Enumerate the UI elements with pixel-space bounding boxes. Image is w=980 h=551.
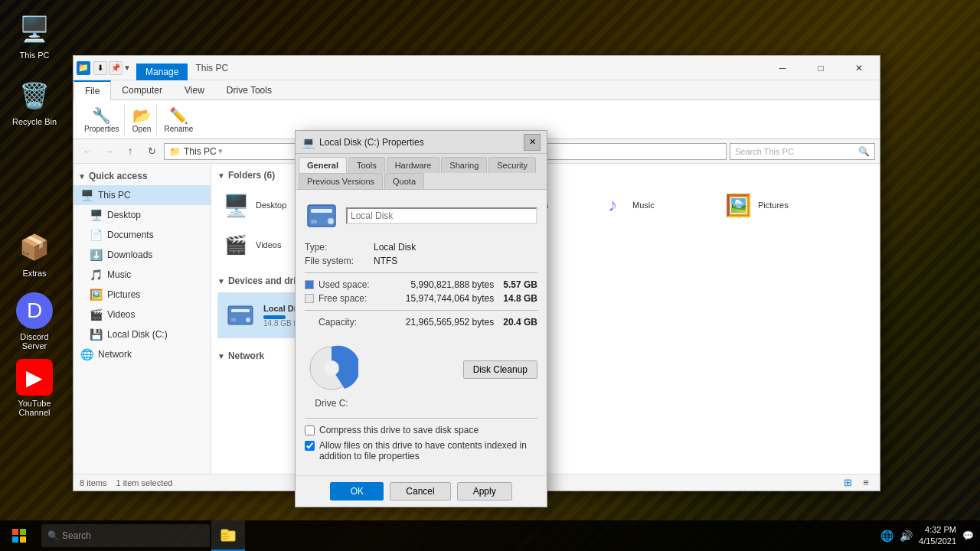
taskbar-clock[interactable]: 4:32 PM 4/15/2021 (919, 524, 956, 548)
ribbon-open-btn[interactable]: 📂 Open (128, 103, 157, 135)
svg-rect-21 (222, 538, 228, 540)
sidebar-item-network[interactable]: 🌐 Network (74, 344, 211, 364)
sidebar: ▼ Quick access 🖥️ This PC 🖥️ Desktop 📄 D… (74, 164, 211, 474)
dialog-drive-header (305, 199, 537, 233)
pictures-folder-icon: 🖼️ (723, 190, 753, 220)
dialog-fs-row: File system: NTFS (305, 256, 537, 266)
dialog-divider-1 (305, 272, 537, 273)
taskbar-file-explorer[interactable] (211, 520, 245, 551)
taskbar-search-box[interactable]: 🔍 Search (41, 524, 210, 547)
ribbon-tab-drive-tools[interactable]: Drive Tools (216, 80, 283, 100)
desktop-icon-youtube[interactable]: ▶ YouTube Channel (4, 356, 65, 420)
index-checkbox[interactable] (305, 441, 315, 451)
dialog-tab-general[interactable]: General (299, 157, 347, 173)
sidebar-item-this-pc[interactable]: 🖥️ This PC (74, 185, 211, 205)
svg-rect-16 (20, 536, 26, 543)
svg-point-3 (246, 318, 250, 322)
refresh-button[interactable]: ↻ (142, 142, 161, 161)
apply-button[interactable]: Apply (457, 482, 512, 500)
ribbon-tab-view[interactable]: View (174, 80, 216, 100)
downloads-sidebar-icon: ⬇️ (89, 248, 103, 262)
ribbon-tab-file[interactable]: File (74, 80, 111, 100)
drive-name-input[interactable] (346, 207, 537, 224)
videos-folder-icon: 🎬 (220, 230, 251, 260)
window-controls: ─ □ ✕ (765, 56, 877, 80)
desktop-icon-this-pc[interactable]: 🖥️ This PC (4, 8, 65, 63)
view-tiles-button[interactable]: ⊞ (840, 475, 855, 491)
pie-center (324, 360, 339, 376)
cancel-button[interactable]: Cancel (390, 482, 450, 500)
search-box[interactable]: Search This PC 🔍 (730, 143, 875, 160)
ok-button[interactable]: OK (330, 482, 384, 500)
close-button[interactable]: ✕ (841, 56, 877, 80)
dialog-close-button[interactable]: ✕ (524, 134, 541, 151)
sidebar-item-desktop[interactable]: 🖥️ Desktop (74, 205, 211, 225)
notification-icon[interactable]: 💬 (962, 530, 974, 541)
svg-rect-10 (311, 220, 317, 223)
svg-rect-9 (311, 209, 332, 213)
up-button[interactable]: ↑ (121, 142, 139, 161)
forward-button[interactable]: → (100, 142, 118, 161)
index-checkbox-row: Allow files on this drive to have conten… (305, 440, 537, 461)
sidebar-item-documents[interactable]: 📄 Documents (74, 225, 211, 245)
sidebar-item-videos[interactable]: 🎬 Videos (74, 305, 211, 324)
quick-toolbar-dropdown[interactable]: ▼ (124, 61, 130, 75)
folder-item-pictures[interactable]: 🖼️ Pictures (720, 187, 842, 223)
folder-item-music[interactable]: ♪ Music (594, 187, 717, 223)
dialog-title-bar: 💻 Local Disk (C:) Properties ✕ (296, 131, 547, 154)
svg-rect-2 (231, 318, 236, 321)
free-color-box (305, 294, 314, 303)
back-button[interactable]: ← (78, 142, 96, 161)
systray-volume-icon: 🔊 (900, 530, 913, 542)
sidebar-item-music[interactable]: 🎵 Music (74, 265, 211, 285)
svg-rect-20 (222, 536, 230, 537)
ribbon-rename-btn[interactable]: ✏️ Rename (160, 103, 198, 135)
sidebar-item-local-disk[interactable]: 💾 Local Disk (C:) (74, 324, 211, 344)
explorer-title: This PC (195, 63, 228, 73)
start-button[interactable] (0, 520, 38, 551)
dialog-tabs: General Tools Hardware Sharing Security … (296, 154, 547, 190)
local-disk-c-icon (224, 298, 257, 332)
maximize-button[interactable]: □ (803, 56, 838, 80)
disk-cleanup-button[interactable]: Disk Cleanup (463, 360, 537, 379)
extras-label: Extras (22, 269, 46, 278)
music-sidebar-icon: 🎵 (89, 268, 103, 282)
dialog-tab-sharing[interactable]: Sharing (441, 157, 487, 173)
pictures-sidebar-icon: 🖼️ (89, 288, 103, 302)
systray-network-icon: 🌐 (880, 530, 893, 542)
desktop-sidebar-icon: 🖥️ (89, 208, 103, 222)
ribbon-properties-btn[interactable]: 🔧 Properties (80, 103, 125, 135)
network-sidebar-icon: 🌐 (80, 347, 93, 361)
sidebar-item-pictures[interactable]: 🖼️ Pictures (74, 285, 211, 305)
quick-toolbar-btn-2[interactable]: 📌 (109, 61, 122, 75)
dialog-tab-hardware[interactable]: Hardware (387, 157, 440, 173)
dialog-tab-security[interactable]: Security (488, 157, 536, 173)
desktop-folder-icon: 🖥️ (220, 190, 251, 220)
view-list-button[interactable]: ≡ (858, 475, 874, 491)
dialog-tab-tools[interactable]: Tools (348, 157, 385, 173)
dialog-used-row: Used space: 5,990,821,888 bytes 5.57 GB (305, 279, 537, 290)
youtube-icon: ▶ (16, 359, 53, 396)
explorer-icon: 📁 (77, 61, 90, 75)
desktop-icon-recycle-bin[interactable]: 🗑️ Recycle Bin (4, 74, 65, 129)
dialog-type-row: Type: Local Disk (305, 242, 537, 253)
quick-toolbar-btn-1[interactable]: ⬇ (93, 61, 107, 75)
sidebar-item-downloads[interactable]: ⬇️ Downloads (74, 245, 211, 265)
capacity-color-box (305, 318, 314, 327)
ribbon-tabs: File Computer View Drive Tools (74, 80, 880, 100)
desktop-icon-discord[interactable]: D Discord Server (4, 289, 65, 354)
title-bar: 📁 ⬇ 📌 ▼ Manage This PC ─ □ ✕ (74, 56, 880, 80)
ribbon-tab-computer[interactable]: Computer (111, 80, 174, 100)
minimize-button[interactable]: ─ (765, 56, 800, 80)
ribbon-tab-manage[interactable]: Manage (136, 64, 188, 80)
recycle-bin-icon: 🗑️ (16, 77, 53, 114)
music-folder-icon: ♪ (597, 190, 628, 220)
compress-checkbox[interactable] (305, 425, 315, 435)
sidebar-quick-access[interactable]: ▼ Quick access (74, 167, 211, 185)
desktop-icon-extras[interactable]: 📦 Extras (4, 226, 65, 281)
dialog-tab-quota[interactable]: Quota (384, 173, 424, 189)
svg-rect-14 (20, 529, 26, 535)
dialog-divider-3 (305, 418, 537, 419)
dialog-tab-previous-versions[interactable]: Previous Versions (299, 173, 383, 189)
youtube-label: YouTube Channel (7, 399, 62, 417)
